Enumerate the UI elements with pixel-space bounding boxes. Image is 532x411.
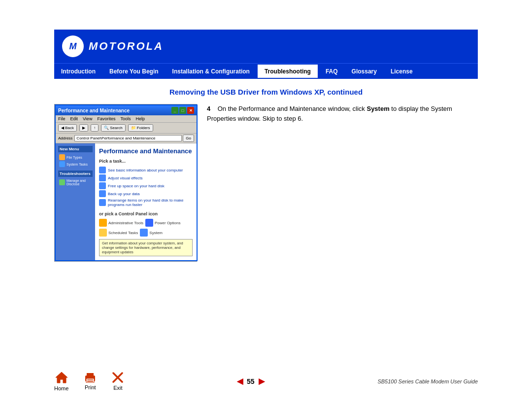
xp-scheduled-icon [99, 229, 107, 237]
content-body: Performance and Maintenance _ □ ✕ File E… [54, 104, 478, 262]
svg-rect-5 [86, 378, 94, 382]
xp-sidebar-title: New Menu [58, 146, 93, 152]
prev-page-arrow[interactable]: ◀ [237, 377, 243, 386]
xp-titlebar: Performance and Maintenance _ □ ✕ [56, 105, 197, 115]
svg-rect-7 [87, 381, 93, 382]
xp-task3-icon [99, 182, 106, 189]
nav-troubleshooting[interactable]: Troubleshooting [257, 64, 319, 79]
xp-menu-edit[interactable]: Edit [70, 116, 78, 121]
svg-rect-4 [87, 373, 94, 377]
step-bold: System [366, 105, 389, 112]
xp-close-btn[interactable]: ✕ [187, 107, 194, 114]
xp-task-3[interactable]: Free up space on your hard disk [99, 182, 193, 190]
xp-back-btn[interactable]: ◀ Back [58, 124, 77, 132]
svg-marker-2 [56, 372, 67, 383]
xp-task2-label: Adjust visual effects [108, 176, 143, 180]
xp-task1-label: See basic information about your compute… [108, 168, 183, 172]
xp-menu-view[interactable]: View [83, 116, 92, 121]
home-button[interactable]: Home [54, 371, 68, 391]
xp-task3-label: Free up space on your hard disk [108, 184, 165, 188]
xp-power-options[interactable]: Power Options [145, 219, 180, 227]
xp-titlebar-buttons: _ □ ✕ [171, 107, 194, 114]
xp-sidebar-system-tasks[interactable]: System Tasks [58, 161, 93, 168]
xp-menubar: File Edit View Favorites Tools Help [56, 115, 197, 123]
nav-bar: Introduction Before You Begin Installati… [54, 63, 478, 79]
step-intro: On the Performance and Maintenance windo… [218, 105, 367, 112]
xp-task-4[interactable]: Back up your data [99, 190, 193, 198]
xp-sidebar-trouble-title: Troubleshooters [58, 171, 93, 177]
xp-control-items: Administrative Tools Power Options Sched… [99, 219, 193, 237]
xp-addressbar: Address Control Panel\Performance and Ma… [56, 134, 197, 143]
xp-sidebar-file-types[interactable]: File Types [58, 154, 93, 161]
exit-button[interactable]: Exit [112, 372, 124, 391]
xp-or-pick-header: or pick a Control Panel icon [99, 211, 193, 216]
print-icon [83, 372, 97, 383]
print-label: Print [85, 384, 96, 390]
xp-system[interactable]: System [140, 229, 163, 237]
xp-address-label: Address [58, 136, 72, 140]
xp-folders-btn[interactable]: 📁 Folders [128, 124, 153, 132]
xp-main-title: Performance and Maintenance [99, 147, 193, 155]
xp-menu-help[interactable]: Help [135, 116, 145, 121]
next-page-arrow[interactable]: ▶ [259, 377, 265, 386]
xp-scheduled-label: Scheduled Tasks [108, 231, 138, 235]
xp-task5-icon [99, 199, 106, 206]
footer-nav: Home Print Exit [54, 371, 124, 391]
xp-task-1[interactable]: See basic information about your compute… [99, 166, 193, 174]
xp-up-btn[interactable]: ↑ [91, 124, 99, 132]
xp-sidebar-manage[interactable]: Manage and Disclose [58, 178, 93, 186]
xp-admin-tools[interactable]: Administrative Tools [99, 219, 143, 227]
xp-sidebar-file-label: File Types [66, 156, 82, 159]
step-text: 4 On the Performance and Maintenance win… [207, 104, 478, 123]
xp-task-5[interactable]: Rearrange items on your hard disk to mak… [99, 198, 193, 207]
xp-power-icon [145, 219, 153, 227]
svg-text:M: M [69, 41, 77, 51]
xp-task-2[interactable]: Adjust visual effects [99, 174, 193, 182]
exit-label: Exit [113, 385, 122, 391]
home-icon [55, 371, 68, 384]
xp-sidebar-system-icon [59, 161, 65, 167]
nav-glossary[interactable]: Glossary [345, 64, 384, 79]
page-title: Removing the USB Driver from Windows XP,… [54, 88, 478, 96]
xp-task4-label: Back up your data [108, 192, 139, 196]
xp-scheduled-tasks[interactable]: Scheduled Tasks [99, 229, 138, 237]
xp-admin-icon [99, 219, 107, 227]
xp-tooltip: Get information about your computer syst… [99, 239, 193, 256]
step-number: 4 [207, 105, 210, 112]
nav-installation[interactable]: Installation & Configuration [166, 64, 257, 79]
xp-task2-icon [99, 174, 106, 181]
nav-introduction[interactable]: Introduction [54, 64, 102, 79]
xp-minimize-btn[interactable]: _ [171, 107, 178, 114]
nav-license[interactable]: License [384, 64, 420, 79]
svg-rect-6 [87, 379, 93, 380]
xp-menu-file[interactable]: File [58, 116, 66, 121]
xp-power-label: Power Options [155, 221, 180, 225]
home-label: Home [54, 385, 68, 391]
xp-menu-tools[interactable]: Tools [120, 116, 131, 121]
xp-sidebar-section-trouble: Troubleshooters Manage and Disclose [58, 171, 93, 186]
xp-forward-btn[interactable]: ▶ [79, 124, 88, 132]
nav-before-you-begin[interactable]: Before You Begin [102, 64, 166, 79]
xp-main-content: Performance and Maintenance Pick a task.… [95, 143, 197, 260]
xp-address-input[interactable]: Control Panel\Performance and Maintenanc… [74, 135, 182, 141]
xp-sidebar-section-menu: New Menu File Types System Tasks [58, 146, 93, 168]
xp-toolbar: ◀ Back ▶ ↑ 🔍 Search 📁 Folders [56, 123, 197, 134]
exit-icon [112, 372, 124, 383]
xp-body: New Menu File Types System Tasks [56, 143, 197, 260]
xp-search-btn[interactable]: 🔍 Search [101, 124, 126, 132]
logo-text: MOTOROLA [89, 40, 164, 53]
footer-page: ◀ 55 ▶ [237, 377, 265, 386]
xp-maximize-btn[interactable]: □ [179, 107, 186, 114]
xp-window: Performance and Maintenance _ □ ✕ File E… [55, 104, 198, 261]
nav-faq[interactable]: FAQ [319, 64, 345, 79]
print-button[interactable]: Print [83, 372, 97, 390]
xp-go-btn[interactable]: Go [183, 135, 194, 142]
xp-sidebar: New Menu File Types System Tasks [56, 143, 95, 260]
xp-system-icon [140, 229, 148, 237]
xp-menu-favorites[interactable]: Favorites [97, 116, 115, 121]
content-area: Removing the USB Driver from Windows XP,… [54, 79, 478, 262]
xp-admin-label: Administrative Tools [108, 221, 143, 225]
xp-sidebar-manage-label: Manage and Disclose [66, 179, 92, 186]
xp-task-list: See basic information about your compute… [99, 166, 193, 207]
xp-task1-icon [99, 167, 106, 173]
